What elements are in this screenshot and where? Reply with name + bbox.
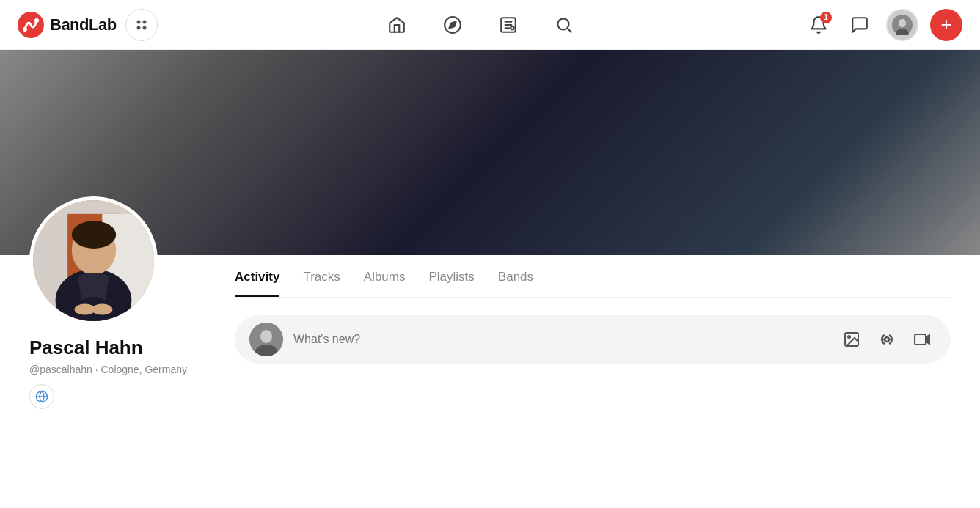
globe-icon: [35, 390, 48, 403]
profile-username: @pascalhahn: [29, 364, 92, 375]
meta-separator: ·: [95, 364, 101, 375]
bandlab-logo-icon: [18, 12, 44, 38]
tab-tracks[interactable]: Tracks: [303, 270, 340, 297]
grid-icon: [134, 18, 149, 32]
grid-menu-button[interactable]: [125, 9, 158, 41]
nav-right: 1 +: [804, 9, 962, 41]
right-column: Activity Tracks Albums Playlists Bands: [205, 255, 980, 409]
post-box: [235, 315, 951, 364]
user-avatar-nav[interactable]: [886, 9, 918, 41]
svg-marker-32: [926, 335, 929, 344]
svg-point-21: [72, 221, 116, 249]
svg-line-12: [568, 28, 571, 32]
tab-bands[interactable]: Bands: [498, 270, 533, 297]
svg-rect-31: [915, 334, 926, 345]
navbar: BandLab: [0, 0, 980, 50]
create-button[interactable]: +: [930, 9, 962, 41]
notifications-button[interactable]: 1: [804, 10, 833, 40]
avatar-wrapper: [29, 196, 205, 325]
svg-point-1: [23, 27, 27, 32]
explore-button[interactable]: [438, 10, 467, 40]
brand-name: BandLab: [50, 15, 117, 34]
left-column: Pascal Hahn @pascalhahn · Cologne, Germa…: [0, 255, 205, 409]
svg-point-14: [899, 18, 906, 26]
profile-location: Cologne, Germany: [101, 364, 188, 375]
svg-point-2: [34, 18, 39, 23]
tabs-bar: Activity Tracks Albums Playlists Bands: [235, 255, 951, 298]
brand: BandLab: [18, 12, 117, 38]
music-library-button[interactable]: [494, 10, 523, 40]
home-icon: [387, 15, 406, 34]
music-library-icon: [499, 15, 518, 34]
post-avatar: [249, 323, 283, 356]
search-button[interactable]: [549, 10, 579, 40]
svg-marker-8: [450, 21, 456, 28]
page-layout: Pascal Hahn @pascalhahn · Cologne, Germa…: [0, 255, 980, 409]
search-icon: [555, 15, 574, 34]
add-image-button[interactable]: [838, 325, 866, 353]
nav-left: BandLab: [18, 9, 158, 41]
home-button[interactable]: [382, 10, 412, 40]
chat-icon: [850, 15, 869, 34]
svg-point-30: [885, 337, 889, 342]
add-audio-button[interactable]: [873, 325, 901, 353]
profile-name: Pascal Hahn: [29, 336, 205, 359]
notification-badge: 1: [820, 12, 832, 23]
svg-point-10: [511, 26, 514, 29]
explore-icon: [443, 15, 462, 34]
svg-point-29: [848, 336, 850, 338]
add-video-button[interactable]: [908, 325, 936, 353]
profile-avatar: [29, 196, 158, 325]
audio-icon: [878, 331, 896, 348]
image-icon: [843, 331, 860, 348]
chat-button[interactable]: [845, 10, 874, 40]
post-input[interactable]: [293, 333, 827, 346]
user-avatar-nav-image: [892, 15, 913, 35]
tab-activity[interactable]: Activity: [235, 270, 279, 297]
svg-point-3: [136, 20, 140, 23]
globe-button[interactable]: [29, 384, 54, 409]
svg-point-4: [142, 20, 146, 23]
svg-point-23: [92, 303, 112, 314]
profile-details: Pascal Hahn @pascalhahn · Cologne, Germa…: [29, 325, 205, 409]
svg-point-26: [260, 330, 272, 343]
svg-point-5: [136, 26, 140, 29]
svg-point-6: [142, 26, 146, 29]
tab-playlists[interactable]: Playlists: [428, 270, 474, 297]
video-icon: [913, 331, 931, 348]
nav-center: [382, 10, 579, 40]
profile-avatar-image: [33, 200, 154, 321]
tab-albums[interactable]: Albums: [364, 270, 406, 297]
profile-meta: @pascalhahn · Cologne, Germany: [29, 364, 205, 375]
post-avatar-image: [249, 323, 283, 356]
post-actions: [838, 325, 936, 353]
